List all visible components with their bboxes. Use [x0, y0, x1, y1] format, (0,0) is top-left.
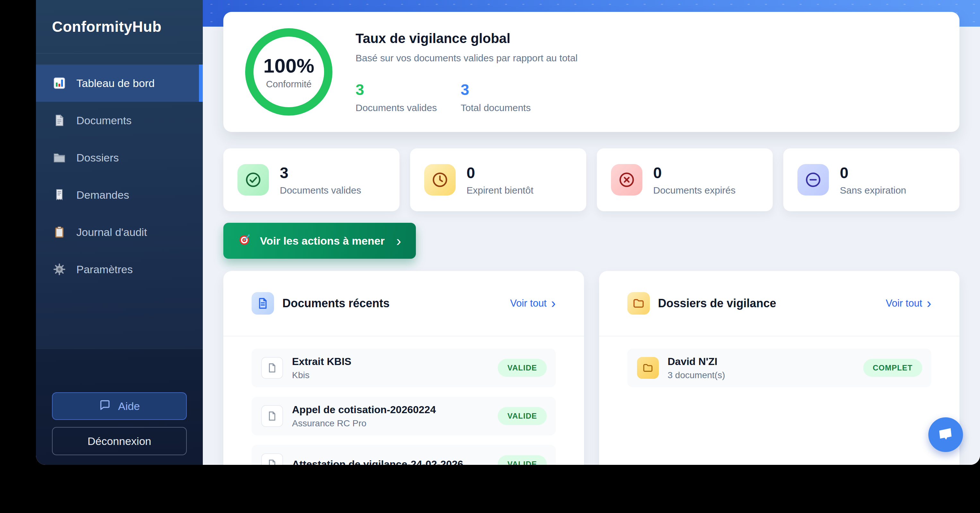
valid-docs-label: Documents valides — [356, 102, 437, 113]
recent-documents-header: Documents récents Voir tout › — [223, 271, 584, 336]
sidebar-item-label: Tableau de bord — [76, 77, 155, 89]
total-docs-label: Total documents — [460, 102, 530, 113]
stat-value: 3 — [280, 164, 361, 182]
sidebar-item-label: Dossiers — [76, 151, 119, 164]
sidebar-item-label: Documents — [76, 114, 132, 127]
app-window: ConformityHub Tableau de bord Documents … — [36, 0, 980, 465]
vigilance-folders-panel: Dossiers de vigilance Voir tout › David … — [599, 271, 960, 465]
sidebar-item-dossiers[interactable]: Dossiers — [36, 139, 203, 176]
sidebar: ConformityHub Tableau de bord Documents … — [36, 0, 203, 465]
sidebar-item-documents[interactable]: Documents — [36, 102, 203, 139]
folder-icon — [637, 357, 659, 379]
compliance-ring: 100% Conformité — [245, 28, 332, 116]
sidebar-item-journal-audit[interactable]: Journal d'audit — [36, 213, 203, 251]
stat-card-expiring: 0 Expirent bientôt — [410, 148, 586, 211]
view-actions-button[interactable]: Voir les actions à mener › — [223, 223, 416, 259]
document-file-icon — [261, 405, 283, 427]
status-badge: VALIDE — [498, 455, 546, 465]
document-title: Extrait KBIS — [292, 356, 352, 368]
check-circle-icon — [237, 164, 269, 196]
sidebar-header: ConformityHub — [36, 0, 203, 54]
bar-chart-icon — [52, 76, 67, 91]
clipboard-icon — [52, 225, 67, 239]
stat-value: 0 — [653, 164, 736, 182]
sidebar-item-demandes[interactable]: Demandes — [36, 176, 203, 213]
chat-widget-button[interactable] — [928, 417, 963, 452]
x-circle-icon — [611, 164, 643, 196]
sidebar-item-label: Journal d'audit — [76, 226, 147, 239]
stat-label: Sans expiration — [840, 185, 906, 196]
folder-title: David N'ZI — [668, 356, 725, 368]
gear-icon — [52, 262, 67, 277]
document-title: Appel de cotisation-20260224 — [292, 404, 436, 416]
folder-icon — [52, 150, 67, 165]
chevron-right-icon: › — [396, 235, 401, 247]
stat-label: Documents valides — [280, 185, 361, 196]
stat-label: Expirent bientôt — [466, 185, 533, 196]
main-content: 100% Conformité Taux de vigilance global… — [203, 0, 980, 465]
status-badge: VALIDE — [498, 407, 546, 425]
vigilance-folders-list: David N'ZI 3 document(s) COMPLET — [599, 336, 960, 400]
vigilance-card: 100% Conformité Taux de vigilance global… — [223, 12, 959, 132]
recent-documents-list: Extrait KBIS Kbis VALIDE Appel de cotisa… — [223, 336, 584, 465]
receipt-icon — [52, 188, 67, 202]
vigilance-folders-header: Dossiers de vigilance Voir tout › — [599, 271, 960, 336]
vigilance-title: Taux de vigilance global — [356, 31, 578, 46]
document-row-attestation-vigilance[interactable]: Attestation de vigilance-24-02-2026 VALI… — [251, 445, 556, 465]
chat-bubble-icon — [99, 399, 111, 413]
valid-docs-count: 3 — [356, 81, 437, 99]
document-subtitle: Kbis — [292, 370, 352, 381]
folder-row-david-nzi[interactable]: David N'ZI 3 document(s) COMPLET — [627, 349, 932, 387]
sidebar-item-label: Demandes — [76, 189, 129, 201]
view-actions-label: Voir les actions à mener — [260, 235, 385, 247]
compliance-percent-label: Conformité — [266, 79, 312, 89]
help-button-label: Aide — [118, 400, 140, 413]
document-row-extrait-kbis[interactable]: Extrait KBIS Kbis VALIDE — [251, 349, 556, 387]
view-all-label: Voir tout — [886, 298, 922, 309]
recent-documents-panel: Documents récents Voir tout › Extrait KB… — [223, 271, 584, 465]
vigilance-folders-title: Dossiers de vigilance — [658, 296, 886, 310]
folder-subtitle: 3 document(s) — [668, 370, 725, 381]
folder-icon — [627, 292, 650, 315]
stat-card-no-expiration: 0 Sans expiration — [783, 148, 959, 211]
vigilance-subtitle: Basé sur vos documents valides par rappo… — [356, 53, 578, 64]
total-docs-count-block: 3 Total documents — [460, 81, 530, 113]
view-all-label: Voir tout — [510, 298, 547, 309]
recent-documents-title: Documents récents — [282, 296, 510, 310]
sidebar-item-parametres[interactable]: Paramètres — [36, 251, 203, 288]
chat-bubble-icon — [936, 425, 955, 445]
chevron-right-icon: › — [551, 299, 556, 308]
document-icon — [52, 113, 67, 128]
document-file-icon — [261, 453, 283, 465]
compliance-percent: 100% — [264, 54, 315, 77]
sidebar-item-tableau-de-bord[interactable]: Tableau de bord — [36, 65, 203, 102]
document-row-appel-cotisation[interactable]: Appel de cotisation-20260224 Assurance R… — [251, 397, 556, 435]
folders-view-all-link[interactable]: Voir tout › — [886, 298, 931, 309]
minus-circle-icon — [797, 164, 829, 196]
logout-button[interactable]: Déconnexion — [52, 427, 187, 455]
help-button[interactable]: Aide — [52, 392, 187, 420]
sidebar-footer: Aide Déconnexion — [36, 349, 203, 465]
sidebar-nav: Tableau de bord Documents Dossiers Deman… — [36, 54, 203, 349]
stat-card-expired: 0 Documents expirés — [597, 148, 773, 211]
chevron-right-icon: › — [927, 299, 931, 308]
stat-value: 0 — [466, 164, 533, 182]
document-subtitle: Assurance RC Pro — [292, 418, 436, 429]
sidebar-item-label: Paramètres — [76, 263, 133, 276]
document-title: Attestation de vigilance-24-02-2026 — [292, 459, 463, 465]
clock-icon — [424, 164, 456, 196]
file-text-icon — [251, 292, 274, 315]
stat-value: 0 — [840, 164, 906, 182]
status-badge: VALIDE — [498, 359, 546, 377]
status-badge: COMPLET — [863, 359, 922, 377]
total-docs-count: 3 — [460, 81, 530, 99]
stat-card-valid: 3 Documents valides — [223, 148, 399, 211]
target-icon — [238, 233, 251, 249]
stats-row: 3 Documents valides 0 Expirent bientôt — [223, 148, 959, 211]
documents-view-all-link[interactable]: Voir tout › — [510, 298, 556, 309]
valid-docs-count-block: 3 Documents valides — [356, 81, 437, 113]
panels-row: Documents récents Voir tout › Extrait KB… — [223, 271, 959, 465]
app-logo-title: ConformityHub — [52, 18, 161, 35]
document-file-icon — [261, 357, 283, 379]
stat-label: Documents expirés — [653, 185, 736, 196]
